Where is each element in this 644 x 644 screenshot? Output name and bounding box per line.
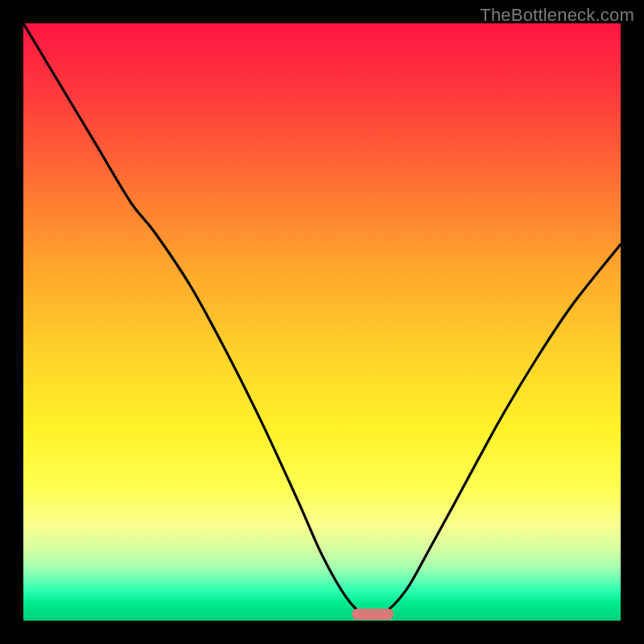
bottleneck-curve	[23, 23, 621, 621]
plot-area	[23, 23, 621, 621]
watermark-text: TheBottleneck.com	[480, 5, 634, 26]
chart-frame: TheBottleneck.com	[0, 0, 644, 644]
optimal-range-marker	[352, 609, 394, 620]
